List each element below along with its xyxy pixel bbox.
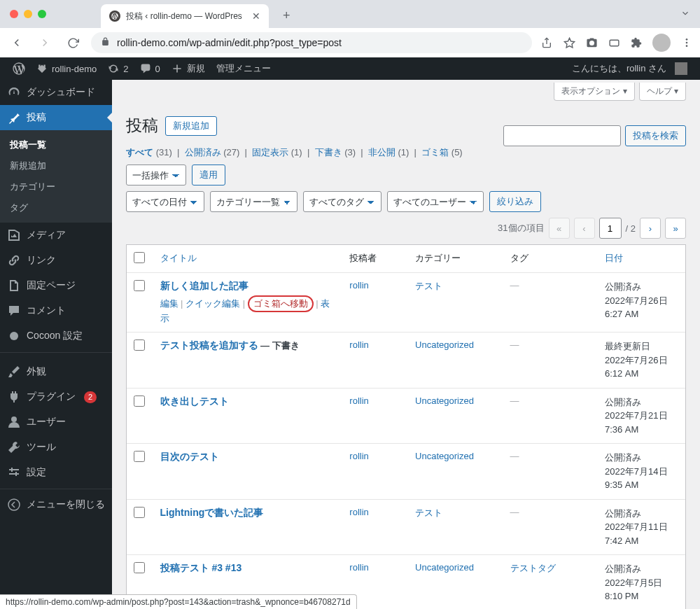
menu-users[interactable]: ユーザー xyxy=(0,410,112,435)
camera-icon[interactable] xyxy=(585,36,598,49)
menu-appearance[interactable]: 外観 xyxy=(0,359,112,384)
category-link[interactable]: テスト xyxy=(415,281,442,291)
date-filter[interactable]: すべての日付 xyxy=(126,191,204,212)
row-checkbox[interactable] xyxy=(134,562,145,573)
row-checkbox[interactable] xyxy=(134,280,145,291)
menu-settings[interactable]: 設定 xyxy=(0,460,112,485)
submenu-categories[interactable]: カテゴリー xyxy=(0,176,112,197)
site-link[interactable]: rollin-demo xyxy=(31,57,102,80)
post-title-link[interactable]: 新しく追加した記事 xyxy=(160,280,248,291)
menu-media[interactable]: メディア xyxy=(0,223,112,248)
author-link[interactable]: rollin xyxy=(349,396,368,406)
tag-filter[interactable]: すべてのタグ xyxy=(303,191,382,212)
address-bar[interactable]: rollin-demo.com/wp-admin/edit.php?post_t… xyxy=(91,32,532,53)
wp-logo-icon[interactable] xyxy=(7,57,31,80)
menu-cocoon[interactable]: Cocoon 設定 xyxy=(0,323,112,349)
star-icon[interactable] xyxy=(563,36,575,49)
bulk-action-select[interactable]: 一括操作 xyxy=(126,164,186,186)
category-link[interactable]: Uncategorized xyxy=(415,562,474,573)
menu-pages[interactable]: 固定ページ xyxy=(0,273,112,298)
admin-menu-link[interactable]: 管理メニュー xyxy=(211,57,276,80)
lock-icon xyxy=(101,37,110,48)
row-checkbox[interactable] xyxy=(134,396,145,407)
browser-tab[interactable]: 投稿 ‹ rollin-demo — WordPres ✕ xyxy=(101,4,269,28)
status-filters: すべて (31) | 公開済み (27) | 固定表示 (1) | 下書き (3… xyxy=(126,146,686,159)
maximize-window-icon[interactable] xyxy=(38,10,46,18)
sliders-icon xyxy=(7,465,21,479)
filter-all[interactable]: すべて xyxy=(126,147,153,158)
help-button[interactable]: ヘルプ ▾ xyxy=(639,83,686,101)
post-title-link[interactable]: 目次のテスト xyxy=(160,451,219,462)
author-link[interactable]: rollin xyxy=(349,562,368,573)
greeting[interactable]: こんにちは、rollin さん xyxy=(566,57,693,80)
menu-links[interactable]: リンク xyxy=(0,248,112,273)
trash-link[interactable]: ゴミ箱へ移動 xyxy=(253,298,308,309)
submenu-tags[interactable]: タグ xyxy=(0,197,112,218)
menu-plugins[interactable]: プラグイン2 xyxy=(0,384,112,410)
menu-posts[interactable]: 投稿 xyxy=(0,105,112,130)
category-link[interactable]: Uncategorized xyxy=(415,340,474,350)
category-link[interactable]: Uncategorized xyxy=(415,396,474,406)
share-icon[interactable] xyxy=(540,36,553,49)
last-page-button[interactable]: » xyxy=(665,218,686,239)
edit-link[interactable]: 編集 xyxy=(160,298,178,309)
author-link[interactable]: rollin xyxy=(349,451,368,461)
menu-tools[interactable]: ツール xyxy=(0,435,112,460)
current-page-input[interactable] xyxy=(599,218,622,239)
search-button[interactable]: 投稿を検索 xyxy=(625,125,686,146)
author-link[interactable]: rollin xyxy=(349,507,368,517)
chevron-down-icon[interactable] xyxy=(680,8,690,20)
new-link[interactable]: 新規 xyxy=(166,57,211,80)
post-title-link[interactable]: 投稿テスト #3 #13 xyxy=(160,562,242,573)
profile-avatar[interactable] xyxy=(652,34,671,52)
filter-button[interactable]: 絞り込み xyxy=(489,191,541,212)
eye-icon[interactable] xyxy=(608,36,620,49)
user-filter[interactable]: すべてのユーザー xyxy=(387,191,484,212)
filter-trash[interactable]: ゴミ箱 xyxy=(421,147,449,158)
menu-comments[interactable]: コメント xyxy=(0,298,112,323)
filter-published[interactable]: 公開済み xyxy=(185,147,221,158)
quick-edit-link[interactable]: クイック編集 xyxy=(186,298,240,309)
search-input[interactable] xyxy=(503,125,621,146)
author-link[interactable]: rollin xyxy=(349,280,368,290)
new-tab-button[interactable]: + xyxy=(283,8,290,23)
menu-dashboard[interactable]: ダッシュボード xyxy=(0,80,112,105)
tab-close-icon[interactable]: ✕ xyxy=(252,10,260,22)
table-row: 目次のテストrollinUncategorized—公開済み2022年7月14日… xyxy=(127,444,685,500)
post-title-link[interactable]: Lightningで書いた記事 xyxy=(160,507,264,518)
select-all-checkbox[interactable] xyxy=(134,252,145,263)
posts-table: タイトル 投稿者 カテゴリー タグ 日付 新しく追加した記事編集 | クイック編… xyxy=(126,244,686,609)
filter-draft[interactable]: 下書き xyxy=(315,147,342,158)
row-checkbox[interactable] xyxy=(134,451,145,462)
add-new-button[interactable]: 新規追加 xyxy=(165,116,217,136)
menu-collapse[interactable]: メニューを閉じる xyxy=(0,492,112,517)
post-title-link[interactable]: テスト投稿を追加する xyxy=(160,340,258,351)
row-tag-link[interactable]: テストタグ xyxy=(510,563,556,573)
comments-link[interactable]: 0 xyxy=(134,57,166,80)
category-link[interactable]: Uncategorized xyxy=(415,451,474,461)
extensions-icon[interactable] xyxy=(630,36,643,49)
table-row: テスト投稿を追加する — 下書きrollinUncategorized—最終更新… xyxy=(127,332,685,388)
reload-button[interactable] xyxy=(63,33,83,52)
close-window-icon[interactable] xyxy=(10,10,18,18)
submenu-all-posts[interactable]: 投稿一覧 xyxy=(0,134,112,155)
plugin-update-badge: 2 xyxy=(84,391,97,403)
row-checkbox[interactable] xyxy=(134,340,145,351)
minimize-window-icon[interactable] xyxy=(24,10,32,18)
category-link[interactable]: テスト xyxy=(415,507,442,518)
back-button[interactable] xyxy=(7,33,27,52)
category-filter[interactable]: カテゴリー一覧 xyxy=(210,191,298,212)
content-area: 表示オプション ▾ ヘルプ ▾ 投稿 新規追加 投稿を検索 すべて (31) |… xyxy=(112,80,700,609)
post-title-link[interactable]: 吹き出しテスト xyxy=(160,396,229,407)
updates-link[interactable]: 2 xyxy=(102,57,134,80)
filter-private[interactable]: 非公開 xyxy=(368,147,396,158)
screen-options-button[interactable]: 表示オプション ▾ xyxy=(554,83,634,101)
submenu-new-post[interactable]: 新規追加 xyxy=(0,155,112,176)
row-checkbox[interactable] xyxy=(134,507,145,518)
total-pages: / 2 xyxy=(626,223,636,234)
kebab-menu-icon[interactable] xyxy=(680,36,693,49)
apply-button[interactable]: 適用 xyxy=(192,164,225,186)
filter-sticky[interactable]: 固定表示 xyxy=(252,147,288,158)
author-link[interactable]: rollin xyxy=(349,340,368,350)
next-page-button[interactable]: › xyxy=(640,218,661,239)
